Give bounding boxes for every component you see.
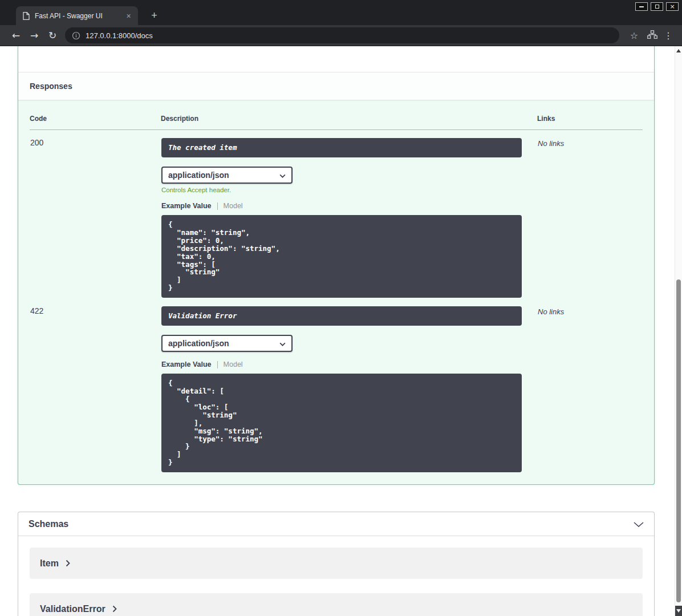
close-icon: ×: [669, 3, 675, 10]
bookmark-star-icon[interactable]: ☆: [625, 30, 643, 41]
response-code: 422: [30, 306, 43, 315]
media-type-value: application/json: [168, 171, 229, 180]
response-description: The created item: [161, 138, 522, 157]
minimize-icon: [639, 6, 644, 7]
responses-title: Responses: [30, 82, 72, 91]
column-header-description: Description: [161, 109, 537, 130]
accept-header-note: Controls Accept header.: [161, 187, 537, 193]
example-model-tabs: Example Value Model: [161, 360, 537, 369]
model-tab[interactable]: Model: [224, 360, 243, 368]
tab-divider: [217, 202, 218, 210]
media-type-select[interactable]: application/json: [161, 335, 293, 352]
page: Responses Code Description Links: [0, 46, 682, 616]
swagger-ui-content: Responses Code Description Links: [0, 46, 675, 616]
example-value-tab[interactable]: Example Value: [161, 202, 212, 210]
forward-button[interactable]: →: [25, 30, 43, 41]
scrollbar-thumb[interactable]: [676, 279, 681, 602]
window-close-button[interactable]: ×: [666, 2, 679, 11]
model-item[interactable]: Item: [30, 548, 643, 579]
chevron-down-icon: [279, 171, 286, 180]
scrollbar[interactable]: [675, 46, 682, 616]
response-links: No links: [538, 307, 564, 316]
menu-button[interactable]: ⋮: [661, 30, 675, 41]
responses-section-header: Responses: [18, 72, 654, 100]
url-text: 127.0.0.1:8000/docs: [86, 31, 153, 40]
address-bar[interactable]: 127.0.0.1:8000/docs: [65, 27, 619, 43]
window-maximize-button[interactable]: [651, 2, 663, 11]
opblock-post: Responses Code Description Links: [18, 46, 655, 485]
maximize-icon: [655, 5, 659, 9]
window-controls: ×: [635, 2, 679, 11]
window-minimize-button[interactable]: [635, 2, 648, 11]
schemas-header[interactable]: Schemas: [18, 512, 654, 536]
response-links: No links: [538, 139, 564, 148]
example-model-tabs: Example Value Model: [161, 201, 537, 210]
tab-divider: [217, 361, 218, 368]
schemas-section: Schemas Item ValidationError: [18, 512, 655, 616]
reload-button[interactable]: ↻: [43, 30, 62, 41]
scroll-down-button[interactable]: [675, 606, 682, 616]
responses-table: Code Description Links 200: [30, 109, 643, 473]
model-name: ValidationError: [40, 604, 105, 614]
example-json: { "name": "string", "price": 0, "descrip…: [161, 215, 522, 298]
example-value-tab[interactable]: Example Value: [161, 360, 212, 368]
response-description: Validation Error: [161, 306, 522, 326]
schemas-title: Schemas: [29, 519, 68, 529]
response-row-200: 200 The created item application/json: [30, 130, 643, 299]
scroll-up-button[interactable]: [675, 46, 682, 55]
browser-window: × Fast API - Swagger UI × + ← → ↻: [0, 0, 682, 616]
request-section-bottom: [18, 46, 654, 72]
column-header-code: Code: [30, 109, 161, 130]
new-tab-button[interactable]: +: [147, 9, 161, 23]
responses-body: Code Description Links 200: [18, 100, 654, 484]
model-name: Item: [40, 558, 59, 569]
back-button[interactable]: ←: [7, 30, 25, 41]
media-type-select[interactable]: application/json: [161, 167, 293, 184]
model-tab[interactable]: Model: [224, 202, 243, 210]
browser-toolbar: ← → ↻ 127.0.0.1:8000/docs ☆ ⋮: [0, 25, 682, 46]
chevron-right-icon: [66, 560, 70, 567]
column-header-links: Links: [537, 109, 643, 130]
triangle-up-icon: [676, 49, 681, 52]
response-row-422: 422 Validation Error application/json: [30, 298, 643, 473]
info-icon[interactable]: [72, 31, 80, 40]
window-titlebar: × Fast API - Swagger UI × +: [0, 0, 682, 25]
chevron-down-icon: [634, 519, 644, 529]
tab-title: Fast API - Swagger UI: [35, 12, 124, 20]
media-type-value: application/json: [168, 339, 229, 348]
response-code: 200: [30, 138, 43, 147]
tab-close-button[interactable]: ×: [124, 11, 133, 21]
chevron-down-icon: [279, 339, 286, 348]
triangle-down-icon: [676, 609, 681, 613]
chevron-right-icon: [112, 605, 117, 613]
schemas-body: Item ValidationError: [18, 536, 654, 616]
browser-tab[interactable]: Fast API - Swagger UI ×: [16, 6, 138, 25]
document-icon: [23, 12, 30, 20]
example-json: { "detail": [ { "loc": [ "string" ], "ms…: [161, 374, 522, 472]
sitemap-icon[interactable]: [643, 30, 661, 41]
model-validationerror[interactable]: ValidationError: [30, 593, 643, 616]
